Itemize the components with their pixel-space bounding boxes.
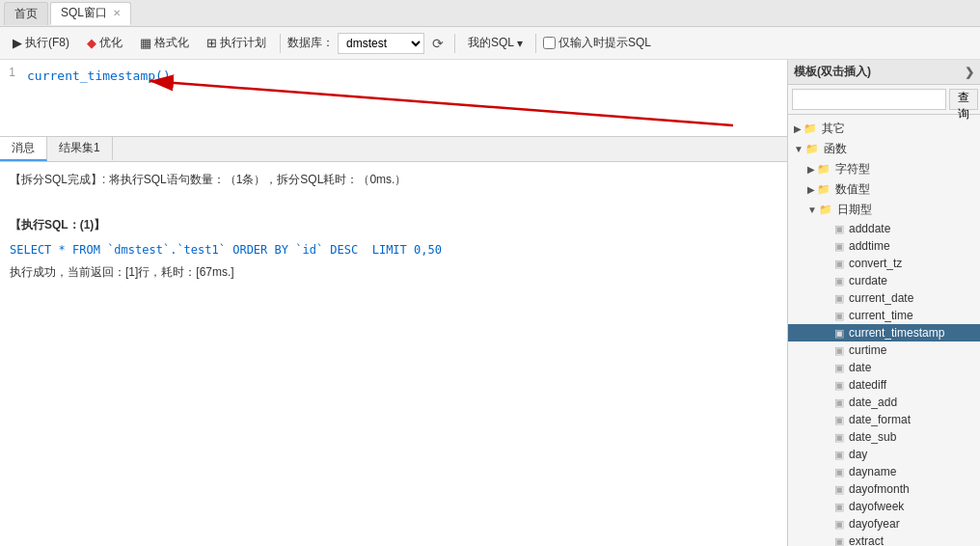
db-select-group: 数据库： dmstest	[287, 33, 424, 54]
format-button[interactable]: ▦ 格式化	[133, 31, 196, 55]
file-icon: ▣	[834, 535, 844, 547]
tree-item-string_type[interactable]: ▶📁字符型	[788, 159, 980, 179]
tree-label-current_time: current_time	[849, 309, 913, 322]
tree-item-date[interactable]: ▣date	[788, 359, 980, 376]
tree-label-date_type: 日期型	[837, 202, 872, 218]
tab-messages[interactable]: 消息	[0, 137, 47, 161]
file-icon: ▣	[834, 483, 844, 496]
tree-item-functions[interactable]: ▼📁函数	[788, 139, 980, 159]
tree-label-current_date: current_date	[849, 291, 913, 305]
tree-expand-string_type[interactable]: ▶	[807, 164, 815, 175]
separator-1	[280, 34, 281, 53]
db-label: 数据库：	[287, 35, 334, 51]
tree-label-numeric_type: 数值型	[835, 181, 870, 198]
tree-item-adddate[interactable]: ▣adddate	[788, 220, 980, 237]
db-select[interactable]: dmstest	[338, 33, 424, 54]
tree-label-date_add: date_add	[849, 396, 897, 409]
tab-resultset[interactable]: 结果集1	[47, 137, 113, 161]
explain-icon: ⊞	[206, 36, 217, 50]
file-icon: ▣	[834, 362, 844, 374]
tree-label-extract: extract	[849, 534, 884, 546]
center-panel: 1 current_timestamp() 消息	[0, 60, 787, 546]
file-icon: ▣	[834, 431, 844, 444]
file-icon: ▣	[834, 258, 844, 270]
tree-item-other[interactable]: ▶📁其它	[788, 119, 980, 139]
file-icon: ▣	[834, 396, 844, 409]
folder-icon: 📁	[817, 163, 830, 176]
search-button[interactable]: 查询	[949, 89, 978, 110]
tree-item-curtime[interactable]: ▣curtime	[788, 341, 980, 359]
search-input[interactable]	[792, 89, 946, 110]
template-tree: ▶📁其它▼📁函数▶📁字符型▶📁数值型▼📁日期型▣adddate▣addtime▣…	[788, 115, 980, 546]
result-tabs: 消息 结果集1	[0, 137, 787, 162]
result-line1: 【拆分SQL完成】: 将执行SQL语句数量：（1条），拆分SQL耗时：（0ms.…	[10, 170, 777, 191]
tree-expand-date_type[interactable]: ▼	[807, 205, 817, 215]
tree-item-current_date[interactable]: ▣current_date	[788, 289, 980, 307]
tree-label-curdate: curdate	[849, 274, 887, 287]
hint-sql-checkbox-label[interactable]: 仅输入时提示SQL	[543, 35, 651, 51]
tree-label-string_type: 字符型	[835, 161, 870, 177]
file-icon: ▣	[834, 223, 844, 235]
tree-label-dayofyear: dayofyear	[849, 517, 900, 531]
line-number-1: 1	[0, 64, 15, 81]
tab-home[interactable]: 首页	[4, 2, 48, 25]
tree-item-current_timestamp[interactable]: ▣current_timestamp	[788, 324, 980, 341]
optimize-icon: ◆	[87, 36, 96, 50]
refresh-button[interactable]: ⟳	[428, 34, 448, 53]
tree-item-dayname[interactable]: ▣dayname	[788, 463, 980, 480]
tree-item-convert_tz[interactable]: ▣convert_tz	[788, 255, 980, 272]
file-icon: ▣	[834, 344, 844, 357]
tree-item-current_time[interactable]: ▣current_time	[788, 307, 980, 324]
tab-sql-label: SQL窗口	[61, 5, 107, 21]
file-icon: ▣	[834, 501, 844, 513]
format-icon: ▦	[140, 36, 151, 50]
tree-label-dayofweek: dayofweek	[849, 500, 904, 513]
tree-item-dayofyear[interactable]: ▣dayofyear	[788, 515, 980, 532]
tree-expand-other[interactable]: ▶	[794, 123, 802, 134]
tree-item-date_type[interactable]: ▼📁日期型	[788, 200, 980, 220]
file-icon: ▣	[834, 466, 844, 478]
editor-content[interactable]: current_timestamp()	[23, 64, 787, 89]
tree-item-dayofmonth[interactable]: ▣dayofmonth	[788, 480, 980, 498]
tree-label-curtime: curtime	[849, 343, 886, 357]
tree-item-date_sub[interactable]: ▣date_sub	[788, 428, 980, 446]
tree-item-addtime[interactable]: ▣addtime	[788, 237, 980, 255]
file-icon: ▣	[834, 292, 844, 305]
execute-label: 执行(F8)	[25, 35, 69, 51]
tree-label-date: date	[849, 361, 871, 374]
result-line3: SELECT * FROM `dmstest`.`test1` ORDER BY…	[10, 240, 777, 261]
separator-2	[454, 34, 455, 53]
tree-item-dayofweek[interactable]: ▣dayofweek	[788, 498, 980, 515]
execute-button[interactable]: ▶ 执行(F8)	[6, 31, 76, 55]
format-label: 格式化	[154, 35, 189, 51]
tree-label-day: day	[849, 448, 867, 461]
tab-resultset-label: 结果集1	[59, 140, 100, 156]
tree-item-date_add[interactable]: ▣date_add	[788, 394, 980, 411]
result-panel: 消息 结果集1 【拆分SQL完成】: 将执行SQL语句数量：（1条），拆分SQL…	[0, 137, 787, 546]
tab-sql-close[interactable]: ✕	[113, 8, 121, 18]
tree-item-curdate[interactable]: ▣curdate	[788, 272, 980, 289]
tree-item-numeric_type[interactable]: ▶📁数值型	[788, 179, 980, 200]
tree-item-day[interactable]: ▣day	[788, 446, 980, 463]
explain-label: 执行计划	[220, 35, 266, 51]
tab-sql[interactable]: SQL窗口 ✕	[50, 2, 131, 25]
file-icon: ▣	[834, 240, 844, 253]
tree-label-dayofmonth: dayofmonth	[849, 482, 910, 496]
tree-item-extract[interactable]: ▣extract	[788, 532, 980, 546]
tree-item-date_format[interactable]: ▣date_format	[788, 411, 980, 428]
explain-button[interactable]: ⊞ 执行计划	[200, 31, 273, 55]
sql-editor[interactable]: 1 current_timestamp()	[0, 60, 787, 137]
tab-home-label: 首页	[14, 6, 38, 22]
right-search-bar: 查询	[788, 85, 980, 115]
optimize-label: 优化	[99, 35, 122, 51]
hint-sql-checkbox[interactable]	[543, 37, 556, 49]
hint-sql-label: 仅输入时提示SQL	[558, 35, 651, 51]
result-line4: 执行成功，当前返回：[1]行，耗时：[67ms.]	[10, 262, 777, 284]
my-sql-button[interactable]: 我的SQL ▾	[462, 33, 529, 53]
right-panel-close-icon[interactable]: ❯	[965, 66, 974, 79]
tree-item-datediff[interactable]: ▣datediff	[788, 376, 980, 394]
tree-expand-numeric_type[interactable]: ▶	[807, 184, 815, 195]
optimize-button[interactable]: ◆ 优化	[80, 31, 129, 55]
tree-expand-functions[interactable]: ▼	[794, 144, 803, 154]
tab-bar: 首页 SQL窗口 ✕	[0, 0, 980, 27]
